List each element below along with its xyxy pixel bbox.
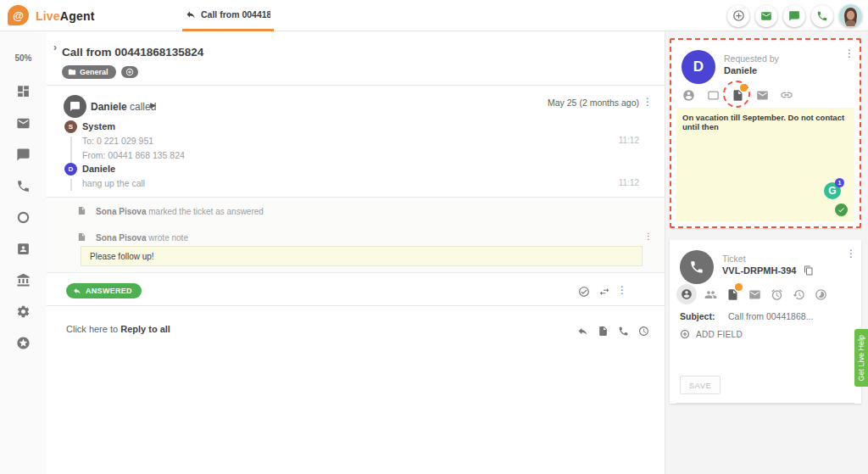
- card-icon[interactable]: [704, 86, 721, 103]
- note-icon[interactable]: [598, 326, 609, 337]
- call-icon[interactable]: [0, 179, 47, 193]
- message-time: 11:12: [619, 136, 639, 145]
- daniele-avatar: D: [64, 163, 77, 176]
- transfer-icon[interactable]: [598, 286, 610, 298]
- department-tag-label: General: [80, 68, 108, 76]
- agent-name: Sona Pisova: [96, 207, 146, 216]
- agent-name: Sona Pisova: [96, 233, 146, 243]
- ticket-code-row: VVL-DRPMH-394: [722, 265, 814, 276]
- more-options-icon[interactable]: ⋮: [644, 232, 653, 241]
- department-tag[interactable]: General: [62, 65, 116, 79]
- email-icon[interactable]: [755, 5, 777, 27]
- reply-to-all-field[interactable]: Click here to Reply to all: [66, 324, 170, 334]
- more-options-icon[interactable]: ⋮: [844, 48, 854, 59]
- message-line: To: 0 221 029 951: [82, 136, 153, 146]
- mail-icon[interactable]: [754, 86, 771, 103]
- call-avatar: [64, 95, 86, 118]
- person-icon[interactable]: [680, 86, 697, 103]
- more-options-icon[interactable]: ⋮: [846, 248, 856, 259]
- get-live-help-button[interactable]: Get Live Help: [854, 329, 868, 387]
- plus-circle-icon: [680, 329, 690, 339]
- chat-icon[interactable]: [0, 148, 47, 162]
- status-badge-answered[interactable]: ANSWERED: [66, 283, 142, 298]
- event-action: wrote note: [148, 233, 188, 243]
- ticket-tab-label: Call from 0044186813...: [201, 9, 270, 20]
- message-sender: System: [82, 121, 115, 131]
- ticket-label: Ticket: [722, 254, 746, 264]
- more-options-icon[interactable]: ⋮: [643, 97, 653, 107]
- mail-icon[interactable]: [746, 286, 763, 303]
- status-label: ANSWERED: [86, 287, 132, 295]
- note-icon[interactable]: [729, 86, 746, 103]
- link-icon[interactable]: [778, 86, 795, 103]
- note-icon: [77, 206, 86, 215]
- requester-name[interactable]: Daniele: [724, 65, 757, 75]
- notification-dot: [740, 84, 748, 92]
- chat-icon[interactable]: [783, 5, 805, 27]
- timelapse-icon[interactable]: [812, 286, 829, 303]
- dashboard-icon[interactable]: [0, 84, 47, 98]
- grammarly-badge: 1: [835, 178, 844, 187]
- ticket-title: Call from 00441868135824: [62, 46, 203, 59]
- mail-icon[interactable]: [0, 116, 47, 131]
- message-line: hang up the call: [82, 178, 145, 188]
- contacts-icon[interactable]: [0, 242, 47, 256]
- history-icon[interactable]: [790, 286, 807, 303]
- note-icon[interactable]: [724, 286, 741, 303]
- resolve-check-icon[interactable]: [578, 286, 590, 298]
- reply-arrow-icon[interactable]: [577, 326, 588, 337]
- add-tag-button[interactable]: [121, 66, 138, 78]
- chevron-right-icon[interactable]: ›: [53, 42, 57, 53]
- customer-note-text: On vacation till September. Do not conta…: [682, 113, 844, 131]
- copy-icon[interactable]: [804, 265, 814, 276]
- reply-bold: Reply to all: [120, 324, 170, 334]
- academy-icon[interactable]: [0, 273, 47, 287]
- group-icon[interactable]: [702, 286, 719, 303]
- top-bar: @ LiveAgent Call from 0044186813...: [0, 0, 868, 31]
- check-circle-icon[interactable]: [835, 204, 848, 216]
- call-icon[interactable]: [811, 5, 833, 27]
- call-icon[interactable]: [618, 326, 629, 337]
- schedule-clock-icon[interactable]: [638, 326, 649, 337]
- folder-icon: [68, 68, 76, 76]
- more-options-icon[interactable]: ⋮: [617, 285, 627, 295]
- left-sidebar: 50%: [0, 31, 47, 474]
- play-recording-icon[interactable]: ▶: [150, 101, 156, 109]
- add-circle-icon[interactable]: [727, 5, 749, 27]
- grammarly-icon[interactable]: G 1: [824, 182, 841, 199]
- topbar-actions: [727, 4, 862, 27]
- thread-line: [70, 137, 72, 165]
- brand-live: Live: [36, 9, 60, 23]
- plus-circle-icon: [125, 68, 134, 76]
- brand-name: LiveAgent: [36, 0, 95, 31]
- divider: [676, 403, 854, 404]
- alarm-icon[interactable]: [768, 286, 785, 303]
- reply-prefix: Click here to: [66, 324, 118, 334]
- ring-icon[interactable]: [0, 210, 47, 225]
- add-field-button[interactable]: ADD FIELD: [680, 329, 743, 339]
- load-percentage: 50%: [0, 53, 47, 63]
- requester-avatar[interactable]: D: [682, 50, 715, 84]
- settings-icon[interactable]: [0, 304, 47, 319]
- star-circle-icon[interactable]: [0, 336, 47, 350]
- ticket-icon-row: [676, 284, 829, 304]
- right-panel: D Requested by Daniele ⋮: [665, 31, 868, 474]
- notification-dot: [735, 283, 743, 291]
- liveagent-app: @ LiveAgent Call from 0044186813...: [0, 0, 868, 474]
- brand-agent: Agent: [60, 9, 95, 23]
- ticket-tab[interactable]: Call from 0044186813...: [182, 0, 274, 31]
- system-avatar: S: [64, 120, 77, 133]
- subject-label: Subject:: [680, 311, 715, 321]
- agent-avatar[interactable]: [839, 4, 862, 27]
- add-field-label: ADD FIELD: [696, 330, 743, 339]
- divider: [47, 305, 665, 306]
- customer-note[interactable]: On vacation till September. Do not conta…: [676, 108, 854, 221]
- liveagent-logo-icon[interactable]: @: [8, 5, 29, 25]
- subject-value[interactable]: Call from 00441868...: [728, 311, 813, 321]
- person-icon[interactable]: [676, 284, 697, 304]
- ticket-avatar: [680, 250, 714, 284]
- save-button[interactable]: SAVE: [680, 376, 721, 394]
- call-icon: [689, 259, 704, 275]
- internal-note[interactable]: Please follow up!: [81, 246, 643, 266]
- call-event-text: Daniele called: [91, 101, 156, 113]
